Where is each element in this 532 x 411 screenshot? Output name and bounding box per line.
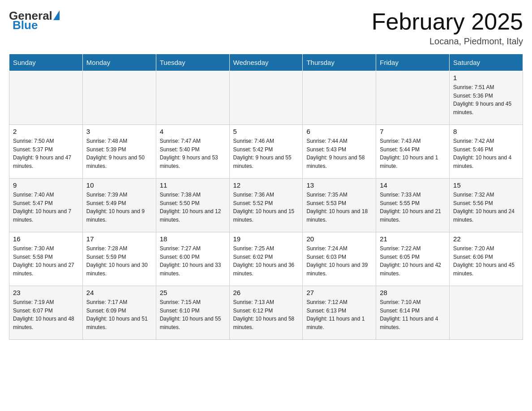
day-number: 7 — [380, 128, 446, 135]
calendar-day-cell: 7Sunrise: 7:43 AM Sunset: 5:44 PM Daylig… — [376, 125, 450, 179]
calendar-day-cell: 19Sunrise: 7:25 AM Sunset: 6:02 PM Dayli… — [229, 232, 303, 286]
day-number: 8 — [453, 128, 519, 135]
calendar-table: SundayMondayTuesdayWednesdayThursdayFrid… — [9, 54, 523, 340]
calendar-day-cell: 5Sunrise: 7:46 AM Sunset: 5:42 PM Daylig… — [229, 125, 303, 179]
day-number: 16 — [13, 235, 79, 243]
day-info: Sunrise: 7:40 AM Sunset: 5:47 PM Dayligh… — [13, 191, 79, 224]
day-info: Sunrise: 7:10 AM Sunset: 6:14 PM Dayligh… — [380, 298, 446, 331]
day-info: Sunrise: 7:51 AM Sunset: 5:36 PM Dayligh… — [453, 83, 519, 116]
day-number: 3 — [86, 128, 152, 135]
calendar-day-cell: 14Sunrise: 7:33 AM Sunset: 5:55 PM Dayli… — [376, 179, 450, 232]
day-number: 11 — [160, 181, 226, 189]
day-number: 14 — [380, 181, 446, 189]
calendar-day-cell: 4Sunrise: 7:47 AM Sunset: 5:40 PM Daylig… — [156, 125, 229, 179]
logo: General Blue — [9, 9, 60, 32]
day-info: Sunrise: 7:19 AM Sunset: 6:07 PM Dayligh… — [13, 298, 79, 331]
weekday-header-sunday: Sunday — [9, 54, 83, 71]
day-info: Sunrise: 7:27 AM Sunset: 6:00 PM Dayligh… — [160, 244, 226, 278]
day-number: 23 — [13, 289, 79, 296]
day-info: Sunrise: 7:28 AM Sunset: 5:59 PM Dayligh… — [86, 244, 152, 278]
weekday-header-friday: Friday — [376, 54, 450, 71]
month-year-title: February 2025 — [372, 9, 523, 34]
logo-triangle-icon — [53, 10, 60, 20]
calendar-day-cell — [9, 71, 83, 125]
day-number: 17 — [86, 235, 152, 243]
day-info: Sunrise: 7:24 AM Sunset: 6:03 PM Dayligh… — [306, 244, 372, 278]
calendar-day-cell: 27Sunrise: 7:12 AM Sunset: 6:13 PM Dayli… — [303, 286, 376, 340]
day-info: Sunrise: 7:42 AM Sunset: 5:46 PM Dayligh… — [453, 137, 519, 170]
calendar-day-cell: 1Sunrise: 7:51 AM Sunset: 5:36 PM Daylig… — [450, 71, 523, 125]
day-number: 2 — [13, 128, 79, 135]
calendar-day-cell: 22Sunrise: 7:20 AM Sunset: 6:06 PM Dayli… — [450, 232, 523, 286]
day-number: 19 — [233, 235, 299, 243]
calendar-week-row: 9Sunrise: 7:40 AM Sunset: 5:47 PM Daylig… — [9, 179, 523, 232]
calendar-day-cell: 23Sunrise: 7:19 AM Sunset: 6:07 PM Dayli… — [9, 286, 83, 340]
day-number: 21 — [380, 235, 446, 243]
calendar-day-cell: 2Sunrise: 7:50 AM Sunset: 5:37 PM Daylig… — [9, 125, 83, 179]
calendar-day-cell: 3Sunrise: 7:48 AM Sunset: 5:39 PM Daylig… — [82, 125, 156, 179]
day-info: Sunrise: 7:39 AM Sunset: 5:49 PM Dayligh… — [86, 191, 152, 224]
day-number: 28 — [380, 289, 446, 296]
day-number: 1 — [453, 74, 519, 81]
calendar-day-cell — [229, 71, 303, 125]
calendar-day-cell: 25Sunrise: 7:15 AM Sunset: 6:10 PM Dayli… — [156, 286, 229, 340]
calendar-week-row: 23Sunrise: 7:19 AM Sunset: 6:07 PM Dayli… — [9, 286, 523, 340]
day-info: Sunrise: 7:15 AM Sunset: 6:10 PM Dayligh… — [160, 298, 226, 331]
weekday-header-wednesday: Wednesday — [229, 54, 303, 71]
day-number: 25 — [160, 289, 226, 296]
day-info: Sunrise: 7:36 AM Sunset: 5:52 PM Dayligh… — [233, 191, 299, 224]
calendar-week-row: 2Sunrise: 7:50 AM Sunset: 5:37 PM Daylig… — [9, 125, 523, 179]
day-number: 10 — [86, 181, 152, 189]
calendar-day-cell: 9Sunrise: 7:40 AM Sunset: 5:47 PM Daylig… — [9, 179, 83, 232]
day-number: 9 — [13, 181, 79, 189]
calendar-header: SundayMondayTuesdayWednesdayThursdayFrid… — [9, 54, 523, 71]
weekday-header-monday: Monday — [82, 54, 156, 71]
calendar-day-cell: 13Sunrise: 7:35 AM Sunset: 5:53 PM Dayli… — [303, 179, 376, 232]
logo-blue-text: Blue — [13, 18, 38, 32]
day-info: Sunrise: 7:46 AM Sunset: 5:42 PM Dayligh… — [233, 137, 299, 170]
calendar-week-row: 16Sunrise: 7:30 AM Sunset: 5:58 PM Dayli… — [9, 232, 523, 286]
calendar-day-cell: 18Sunrise: 7:27 AM Sunset: 6:00 PM Dayli… — [156, 232, 229, 286]
weekday-header-thursday: Thursday — [303, 54, 376, 71]
day-info: Sunrise: 7:33 AM Sunset: 5:55 PM Dayligh… — [380, 191, 446, 224]
day-number: 15 — [453, 181, 519, 189]
day-number: 6 — [306, 128, 372, 135]
calendar-day-cell: 15Sunrise: 7:32 AM Sunset: 5:56 PM Dayli… — [450, 179, 523, 232]
day-number: 24 — [86, 289, 152, 296]
calendar-day-cell — [156, 71, 229, 125]
day-number: 20 — [306, 235, 372, 243]
day-number: 22 — [453, 235, 519, 243]
day-info: Sunrise: 7:25 AM Sunset: 6:02 PM Dayligh… — [233, 244, 299, 278]
day-info: Sunrise: 7:22 AM Sunset: 6:05 PM Dayligh… — [380, 244, 446, 278]
calendar-day-cell — [450, 286, 523, 340]
calendar-day-cell: 16Sunrise: 7:30 AM Sunset: 5:58 PM Dayli… — [9, 232, 83, 286]
title-block: February 2025 Locana, Piedmont, Italy — [372, 9, 523, 47]
day-number: 13 — [306, 181, 372, 189]
day-info: Sunrise: 7:13 AM Sunset: 6:12 PM Dayligh… — [233, 298, 299, 331]
calendar-day-cell — [376, 71, 450, 125]
calendar-day-cell: 12Sunrise: 7:36 AM Sunset: 5:52 PM Dayli… — [229, 179, 303, 232]
day-number: 4 — [160, 128, 226, 135]
calendar-week-row: 1Sunrise: 7:51 AM Sunset: 5:36 PM Daylig… — [9, 71, 523, 125]
day-info: Sunrise: 7:32 AM Sunset: 5:56 PM Dayligh… — [453, 191, 519, 224]
calendar-day-cell: 24Sunrise: 7:17 AM Sunset: 6:09 PM Dayli… — [82, 286, 156, 340]
calendar-day-cell: 10Sunrise: 7:39 AM Sunset: 5:49 PM Dayli… — [82, 179, 156, 232]
day-info: Sunrise: 7:17 AM Sunset: 6:09 PM Dayligh… — [86, 298, 152, 331]
weekday-header-saturday: Saturday — [450, 54, 523, 71]
calendar-day-cell — [82, 71, 156, 125]
day-info: Sunrise: 7:50 AM Sunset: 5:37 PM Dayligh… — [13, 137, 79, 170]
day-info: Sunrise: 7:12 AM Sunset: 6:13 PM Dayligh… — [306, 298, 372, 331]
day-number: 12 — [233, 181, 299, 189]
location-subtitle: Locana, Piedmont, Italy — [372, 36, 523, 47]
day-info: Sunrise: 7:47 AM Sunset: 5:40 PM Dayligh… — [160, 137, 226, 170]
day-info: Sunrise: 7:43 AM Sunset: 5:44 PM Dayligh… — [380, 137, 446, 170]
calendar-day-cell: 11Sunrise: 7:38 AM Sunset: 5:50 PM Dayli… — [156, 179, 229, 232]
day-info: Sunrise: 7:30 AM Sunset: 5:58 PM Dayligh… — [13, 244, 79, 278]
weekday-header-tuesday: Tuesday — [156, 54, 229, 71]
calendar-body: 1Sunrise: 7:51 AM Sunset: 5:36 PM Daylig… — [9, 71, 523, 340]
calendar-day-cell: 8Sunrise: 7:42 AM Sunset: 5:46 PM Daylig… — [450, 125, 523, 179]
day-info: Sunrise: 7:48 AM Sunset: 5:39 PM Dayligh… — [86, 137, 152, 170]
day-info: Sunrise: 7:44 AM Sunset: 5:43 PM Dayligh… — [306, 137, 372, 170]
day-info: Sunrise: 7:35 AM Sunset: 5:53 PM Dayligh… — [306, 191, 372, 224]
day-number: 26 — [233, 289, 299, 296]
